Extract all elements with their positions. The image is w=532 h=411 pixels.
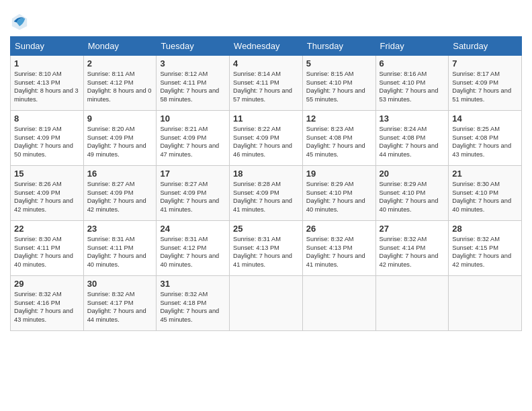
week-row: 8Sunrise: 8:19 AMSunset: 4:09 PMDaylight… bbox=[11, 111, 522, 166]
col-header-monday: Monday bbox=[83, 37, 157, 56]
cell-info: Sunrise: 8:21 AMSunset: 4:09 PMDaylight:… bbox=[160, 125, 226, 158]
calendar-cell: 6Sunrise: 8:16 AMSunset: 4:10 PMDaylight… bbox=[375, 56, 449, 111]
cell-info: Sunrise: 8:19 AMSunset: 4:09 PMDaylight:… bbox=[14, 125, 80, 158]
cell-info: Sunrise: 8:30 AMSunset: 4:11 PMDaylight:… bbox=[14, 235, 80, 269]
calendar-cell: 4Sunrise: 8:14 AMSunset: 4:11 PMDaylight… bbox=[230, 56, 303, 111]
day-number: 23 bbox=[87, 224, 153, 234]
calendar-cell bbox=[230, 276, 303, 331]
col-header-friday: Friday bbox=[375, 37, 449, 56]
col-header-sunday: Sunday bbox=[11, 37, 84, 56]
calendar-cell: 1Sunrise: 8:10 AMSunset: 4:13 PMDaylight… bbox=[11, 56, 84, 111]
calendar-cell: 19Sunrise: 8:29 AMSunset: 4:10 PMDayligh… bbox=[302, 166, 375, 221]
cell-info: Sunrise: 8:30 AMSunset: 4:10 PMDaylight:… bbox=[452, 180, 518, 214]
cell-info: Sunrise: 8:31 AMSunset: 4:12 PMDaylight:… bbox=[160, 235, 226, 269]
cell-info: Sunrise: 8:24 AMSunset: 4:08 PMDaylight:… bbox=[380, 125, 445, 158]
cell-info: Sunrise: 8:22 AMSunset: 4:09 PMDaylight:… bbox=[233, 125, 299, 158]
day-number: 22 bbox=[14, 224, 80, 234]
cell-info: Sunrise: 8:27 AMSunset: 4:09 PMDaylight:… bbox=[160, 180, 226, 214]
day-number: 2 bbox=[87, 58, 153, 68]
day-number: 5 bbox=[306, 58, 372, 68]
calendar-cell: 20Sunrise: 8:29 AMSunset: 4:10 PMDayligh… bbox=[375, 166, 449, 221]
calendar-cell: 3Sunrise: 8:12 AMSunset: 4:11 PMDaylight… bbox=[157, 56, 230, 111]
calendar-cell: 7Sunrise: 8:17 AMSunset: 4:09 PMDaylight… bbox=[449, 56, 522, 111]
cell-info: Sunrise: 8:32 AMSunset: 4:18 PMDaylight:… bbox=[160, 290, 226, 324]
cell-info: Sunrise: 8:29 AMSunset: 4:10 PMDaylight:… bbox=[306, 180, 372, 214]
calendar-cell: 15Sunrise: 8:26 AMSunset: 4:09 PMDayligh… bbox=[11, 166, 84, 221]
day-number: 1 bbox=[14, 58, 80, 68]
day-number: 6 bbox=[380, 58, 445, 68]
calendar-cell: 14Sunrise: 8:25 AMSunset: 4:08 PMDayligh… bbox=[449, 111, 522, 166]
day-number: 28 bbox=[452, 224, 518, 234]
cell-info: Sunrise: 8:32 AMSunset: 4:16 PMDaylight:… bbox=[14, 290, 80, 324]
day-number: 3 bbox=[160, 58, 226, 68]
cell-info: Sunrise: 8:14 AMSunset: 4:11 PMDaylight:… bbox=[233, 70, 299, 103]
calendar-cell: 28Sunrise: 8:32 AMSunset: 4:15 PMDayligh… bbox=[449, 221, 522, 276]
day-number: 4 bbox=[233, 58, 299, 68]
col-header-saturday: Saturday bbox=[449, 37, 522, 56]
calendar-cell: 10Sunrise: 8:21 AMSunset: 4:09 PMDayligh… bbox=[157, 111, 230, 166]
day-number: 30 bbox=[87, 279, 153, 289]
calendar-cell: 27Sunrise: 8:32 AMSunset: 4:14 PMDayligh… bbox=[375, 221, 449, 276]
calendar-cell bbox=[302, 276, 375, 331]
day-number: 11 bbox=[233, 113, 299, 124]
logo-icon bbox=[10, 12, 29, 31]
cell-info: Sunrise: 8:15 AMSunset: 4:10 PMDaylight:… bbox=[306, 70, 372, 103]
cell-info: Sunrise: 8:31 AMSunset: 4:13 PMDaylight:… bbox=[233, 235, 299, 269]
day-number: 27 bbox=[380, 224, 445, 234]
calendar-cell: 31Sunrise: 8:32 AMSunset: 4:18 PMDayligh… bbox=[157, 276, 230, 331]
calendar-cell: 13Sunrise: 8:24 AMSunset: 4:08 PMDayligh… bbox=[375, 111, 449, 166]
calendar-cell bbox=[449, 276, 522, 331]
calendar-cell: 2Sunrise: 8:11 AMSunset: 4:12 PMDaylight… bbox=[83, 56, 157, 111]
cell-info: Sunrise: 8:29 AMSunset: 4:10 PMDaylight:… bbox=[380, 180, 445, 214]
cell-info: Sunrise: 8:25 AMSunset: 4:08 PMDaylight:… bbox=[452, 125, 518, 158]
day-number: 8 bbox=[14, 113, 80, 124]
calendar-cell: 18Sunrise: 8:28 AMSunset: 4:09 PMDayligh… bbox=[230, 166, 303, 221]
cell-info: Sunrise: 8:27 AMSunset: 4:09 PMDaylight:… bbox=[87, 180, 153, 214]
calendar-cell: 21Sunrise: 8:30 AMSunset: 4:10 PMDayligh… bbox=[449, 166, 522, 221]
week-row: 15Sunrise: 8:26 AMSunset: 4:09 PMDayligh… bbox=[11, 166, 522, 221]
cell-info: Sunrise: 8:26 AMSunset: 4:09 PMDaylight:… bbox=[14, 180, 80, 214]
calendar-cell: 25Sunrise: 8:31 AMSunset: 4:13 PMDayligh… bbox=[230, 221, 303, 276]
day-number: 15 bbox=[14, 169, 80, 179]
cell-info: Sunrise: 8:32 AMSunset: 4:13 PMDaylight:… bbox=[306, 235, 372, 269]
day-number: 10 bbox=[160, 113, 226, 124]
col-header-tuesday: Tuesday bbox=[157, 37, 230, 56]
day-number: 7 bbox=[452, 58, 518, 68]
day-number: 25 bbox=[233, 224, 299, 234]
calendar-cell: 29Sunrise: 8:32 AMSunset: 4:16 PMDayligh… bbox=[11, 276, 84, 331]
cell-info: Sunrise: 8:31 AMSunset: 4:11 PMDaylight:… bbox=[87, 235, 153, 269]
cell-info: Sunrise: 8:20 AMSunset: 4:09 PMDaylight:… bbox=[87, 125, 153, 158]
calendar-cell bbox=[375, 276, 449, 331]
calendar-cell: 30Sunrise: 8:32 AMSunset: 4:17 PMDayligh… bbox=[83, 276, 157, 331]
day-number: 29 bbox=[14, 279, 80, 289]
day-number: 16 bbox=[87, 169, 153, 179]
calendar-cell: 17Sunrise: 8:27 AMSunset: 4:09 PMDayligh… bbox=[157, 166, 230, 221]
cell-info: Sunrise: 8:28 AMSunset: 4:09 PMDaylight:… bbox=[233, 180, 299, 214]
week-row: 29Sunrise: 8:32 AMSunset: 4:16 PMDayligh… bbox=[11, 276, 522, 331]
calendar-cell: 16Sunrise: 8:27 AMSunset: 4:09 PMDayligh… bbox=[83, 166, 157, 221]
day-number: 26 bbox=[306, 224, 372, 234]
cell-info: Sunrise: 8:16 AMSunset: 4:10 PMDaylight:… bbox=[380, 70, 445, 103]
day-number: 20 bbox=[380, 169, 445, 179]
page-header bbox=[10, 7, 522, 31]
header-row: SundayMondayTuesdayWednesdayThursdayFrid… bbox=[11, 37, 522, 56]
cell-info: Sunrise: 8:32 AMSunset: 4:15 PMDaylight:… bbox=[452, 235, 518, 269]
cell-info: Sunrise: 8:17 AMSunset: 4:09 PMDaylight:… bbox=[452, 70, 518, 103]
calendar-cell: 8Sunrise: 8:19 AMSunset: 4:09 PMDaylight… bbox=[11, 111, 84, 166]
cell-info: Sunrise: 8:11 AMSunset: 4:12 PMDaylight:… bbox=[87, 70, 153, 103]
cell-info: Sunrise: 8:23 AMSunset: 4:08 PMDaylight:… bbox=[306, 125, 372, 158]
calendar-cell: 9Sunrise: 8:20 AMSunset: 4:09 PMDaylight… bbox=[83, 111, 157, 166]
calendar-cell: 26Sunrise: 8:32 AMSunset: 4:13 PMDayligh… bbox=[302, 221, 375, 276]
day-number: 9 bbox=[87, 113, 153, 124]
cell-info: Sunrise: 8:32 AMSunset: 4:17 PMDaylight:… bbox=[87, 290, 153, 324]
day-number: 12 bbox=[306, 113, 372, 124]
day-number: 13 bbox=[380, 113, 445, 124]
col-header-wednesday: Wednesday bbox=[230, 37, 303, 56]
calendar-cell: 12Sunrise: 8:23 AMSunset: 4:08 PMDayligh… bbox=[302, 111, 375, 166]
week-row: 22Sunrise: 8:30 AMSunset: 4:11 PMDayligh… bbox=[11, 221, 522, 276]
calendar-cell: 22Sunrise: 8:30 AMSunset: 4:11 PMDayligh… bbox=[11, 221, 84, 276]
cell-info: Sunrise: 8:32 AMSunset: 4:14 PMDaylight:… bbox=[380, 235, 445, 269]
calendar-table: SundayMondayTuesdayWednesdayThursdayFrid… bbox=[10, 36, 522, 331]
logo bbox=[10, 12, 32, 31]
day-number: 24 bbox=[160, 224, 226, 234]
